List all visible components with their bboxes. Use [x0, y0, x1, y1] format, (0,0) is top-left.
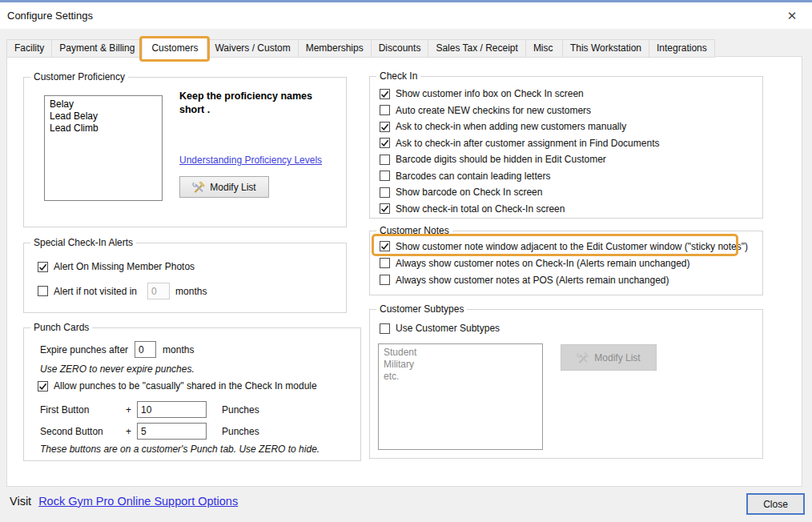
second-button-row: Second Button + Punches — [40, 423, 259, 440]
checkbox[interactable] — [380, 275, 390, 285]
checkbox-label: Barcode digits should be hidden in Edit … — [396, 154, 606, 165]
buttons-note: These buttons are on a customer's Punch … — [40, 444, 320, 455]
tab-facility[interactable]: Facility — [6, 39, 52, 58]
checkbox-label: Ask to check-in after customer assignmen… — [396, 138, 659, 149]
checkbox[interactable] — [380, 171, 390, 181]
group-customer-proficiency: Customer Proficiency Belay Lead Belay Le… — [23, 77, 347, 227]
checkbox[interactable] — [380, 155, 390, 165]
checkbox-label: Alert On Missing Member Photos — [54, 261, 195, 272]
checkbox-row[interactable]: Always show customer notes on Check-In (… — [380, 255, 748, 271]
checkbox[interactable] — [380, 89, 390, 99]
checkbox-row[interactable]: Barcodes can contain leading letters — [380, 168, 659, 185]
plus-sign: + — [126, 404, 131, 416]
checkbox-row[interactable]: Barcode digits should be hidden in Edit … — [380, 151, 659, 168]
list-item[interactable]: Lead Climb — [50, 122, 162, 135]
punches-suffix: Punches — [222, 404, 259, 416]
group-check-in: Check In Show customer info box on Check… — [369, 76, 763, 219]
months-suffix: months — [175, 286, 207, 297]
checkbox-row[interactable]: Ask to check-in when adding new customer… — [380, 118, 659, 135]
tab-customers[interactable]: Customers — [142, 38, 207, 59]
checkbox[interactable] — [38, 262, 48, 272]
checkbox-label: Alert if not visited in — [54, 286, 137, 297]
checkbox[interactable] — [380, 122, 390, 132]
checkbox-row[interactable]: Always show customer notes at POS (Alert… — [380, 271, 748, 288]
titlebar: Configure Settings ✕ — [0, 2, 812, 29]
expire-note: Use ZERO to never expire punches. — [40, 363, 195, 375]
expire-suffix: months — [163, 344, 194, 355]
subtypes-listbox[interactable]: Student Military etc. — [378, 343, 543, 450]
tab-this-workstation[interactable]: This Workstation — [562, 39, 649, 58]
checkbox[interactable] — [380, 187, 390, 198]
proficiency-help-link[interactable]: Understanding Proficiency Levels — [179, 155, 322, 166]
checkbox-row[interactable]: Alert On Missing Member Photos — [38, 261, 195, 272]
list-item[interactable]: Military — [384, 359, 542, 371]
first-button-row: First Button + Punches — [40, 401, 259, 418]
tab-integrations[interactable]: Integrations — [649, 39, 715, 58]
tab-strip: Facility Payment & Billing Customers Wai… — [6, 38, 715, 58]
modify-subtypes-button[interactable]: Modify List — [561, 344, 657, 371]
first-button-input[interactable] — [137, 401, 207, 418]
checkbox-row[interactable]: Alert if not visited in months — [38, 283, 207, 299]
group-punch-cards: Punch Cards Expire punches after months … — [23, 327, 361, 461]
first-button-label: First Button — [40, 404, 120, 416]
list-item[interactable]: Belay — [50, 98, 162, 110]
checkbox-label: Show customer info box on Check In scree… — [396, 88, 584, 99]
tab-waivers-custom[interactable]: Waivers / Custom — [207, 39, 298, 58]
button-label: Modify List — [594, 352, 640, 363]
tools-icon — [192, 181, 205, 194]
checkbox-row[interactable]: Use Customer Subtypes — [380, 323, 500, 334]
checkbox-row-sticky-notes[interactable]: Show customer note window adjacent to th… — [380, 238, 748, 255]
group-label: Special Check-In Alerts — [30, 237, 136, 248]
footer: Visit Rock Gym Pro Online Support Option… — [10, 495, 238, 508]
list-item[interactable]: etc. — [384, 371, 542, 383]
close-button[interactable]: Close — [746, 493, 805, 515]
checkbox-row[interactable]: Show barcode on Check In screen — [380, 184, 659, 201]
tab-memberships[interactable]: Memberships — [298, 39, 372, 58]
window-title: Configure Settings — [7, 10, 93, 22]
months-input[interactable] — [147, 283, 170, 299]
checkbox[interactable] — [380, 138, 390, 148]
group-label: Customer Proficiency — [30, 71, 128, 82]
group-label: Check In — [376, 70, 420, 82]
checkbox-label: Ask to check-in when adding new customer… — [396, 121, 626, 132]
checkbox-row[interactable]: Ask to check-in after customer assignmen… — [380, 135, 659, 152]
close-icon[interactable]: ✕ — [782, 6, 802, 26]
second-button-input[interactable] — [137, 423, 207, 440]
plus-sign: + — [126, 426, 131, 437]
tab-payment-billing[interactable]: Payment & Billing — [51, 39, 143, 58]
checkbox-label: Always show customer notes at POS (Alert… — [396, 275, 669, 286]
group-label: Customer Subtypes — [376, 303, 467, 315]
expire-input[interactable] — [135, 341, 156, 358]
checkbox[interactable] — [38, 286, 48, 296]
checkbox-row[interactable]: Auto create NEW checkins for new custome… — [380, 102, 659, 119]
checkbox-row[interactable]: Show customer info box on Check In scree… — [380, 86, 659, 102]
tab-sales-tax-receipt[interactable]: Sales Tax / Receipt — [428, 39, 526, 58]
group-special-checkin-alerts: Special Check-In Alerts Alert On Missing… — [23, 243, 347, 313]
proficiency-note: Keep the proficiency names short . — [179, 90, 332, 117]
checkbox-label: Auto create NEW checkins for new custome… — [396, 105, 591, 116]
tab-discounts[interactable]: Discounts — [371, 39, 429, 58]
tab-misc[interactable]: Misc — [525, 39, 563, 58]
proficiency-listbox[interactable]: Belay Lead Belay Lead Climb — [44, 95, 163, 201]
checkbox[interactable] — [380, 323, 390, 334]
visit-label: Visit — [10, 495, 31, 508]
second-button-label: Second Button — [40, 426, 120, 437]
checkbox[interactable] — [380, 241, 390, 251]
tab-content-panel: Customer Proficiency Belay Lead Belay Le… — [6, 56, 802, 487]
checkbox[interactable] — [38, 381, 48, 392]
checkbox[interactable] — [380, 105, 390, 115]
checkbox-row[interactable]: Show check-in total on Check-In screen — [380, 201, 659, 218]
group-label: Customer Notes — [376, 225, 452, 236]
group-label: Punch Cards — [30, 322, 92, 333]
modify-list-button[interactable]: Modify List — [179, 176, 269, 198]
button-label: Modify List — [210, 182, 255, 193]
checkbox-label: Always show customer notes on Check-In (… — [396, 258, 690, 269]
support-options-link[interactable]: Rock Gym Pro Online Support Options — [38, 495, 238, 508]
checkbox-label: Show barcode on Check In screen — [396, 187, 542, 198]
checkbox[interactable] — [380, 258, 390, 268]
group-customer-subtypes: Customer Subtypes Use Customer Subtypes … — [369, 309, 763, 459]
list-item[interactable]: Lead Belay — [50, 110, 162, 122]
checkbox[interactable] — [380, 203, 390, 214]
checkbox-row[interactable]: Allow punches to be "casually" shared in… — [38, 380, 317, 392]
list-item[interactable]: Student — [384, 347, 542, 359]
